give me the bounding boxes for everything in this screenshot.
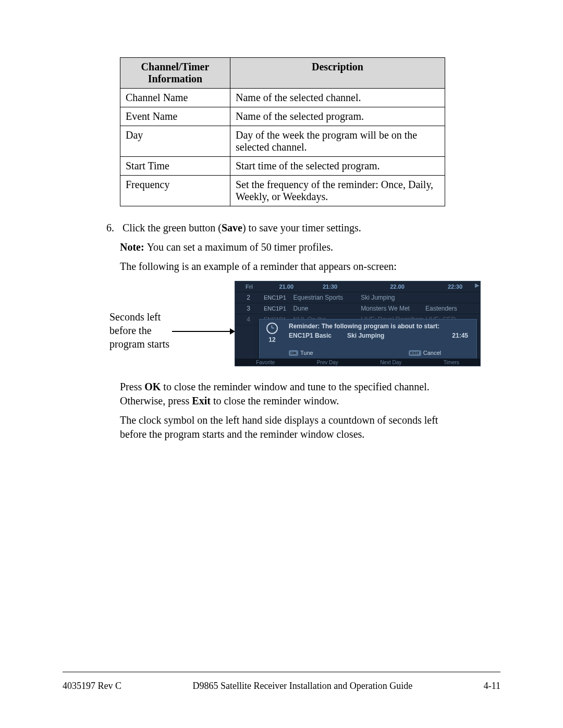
table-row: FrequencySet the frequency of the remind… — [120, 176, 445, 206]
table-row: Channel NameName of the selected channel… — [120, 89, 445, 107]
legend-prev-day: Prev Day — [317, 360, 338, 365]
scroll-right-icon: ▶ — [475, 282, 479, 289]
exit-word: Exit — [192, 395, 211, 406]
cell: Set the frequency of the reminder: Once,… — [230, 176, 445, 206]
clock-paragraph: The clock symbol on the left hand side d… — [120, 413, 454, 441]
txt: Press — [120, 381, 144, 392]
cell: Start time of the selected program. — [230, 157, 445, 176]
countdown: 12 — [262, 323, 283, 343]
page: Channel/Timer Information Description Ch… — [0, 0, 563, 728]
tune-button[interactable]: OK Tune — [289, 350, 313, 356]
exit-pill: EXIT — [409, 350, 421, 356]
footer-left: 4035197 Rev C — [63, 681, 121, 692]
arrow-icon — [172, 331, 235, 332]
epg-legend: Favorite Prev Day Next Day Timers — [235, 359, 480, 366]
epg-ch: ENC1P1 — [262, 294, 291, 301]
reminder-details: ENC1P1 Basic Ski Jumping 21:45 — [289, 332, 472, 339]
epg-prog: Eastenders — [423, 305, 480, 312]
epg-prog: Ski Jumping — [359, 294, 423, 301]
note-text: You can set a maximum of 50 timer profil… — [147, 241, 333, 253]
table-row: Start TimeStart time of the selected pro… — [120, 157, 445, 176]
cell: Day — [120, 126, 230, 157]
epg-header-row: Fri 21.00 21:30 22.00 22:30 — [235, 281, 480, 292]
epg-time: 22:30 — [430, 283, 480, 290]
clock-icon — [266, 323, 278, 334]
table-row: DayDay of the week the program will be o… — [120, 126, 445, 157]
cell: Event Name — [120, 107, 230, 126]
txt: to close the reminder window. — [211, 395, 339, 406]
cell: Channel Name — [120, 89, 230, 107]
step-text-post: ) to save your timer settings. — [242, 222, 361, 233]
ok-word: OK — [144, 381, 161, 392]
epg-time: 21:30 — [296, 283, 364, 290]
legend-next-day: Next Day — [380, 360, 401, 365]
cancel-button[interactable]: EXIT Cancel — [409, 350, 441, 356]
legend-timers: Timers — [444, 360, 459, 365]
tune-label: Tune — [300, 350, 313, 356]
reminder-time: 21:45 — [452, 332, 472, 339]
epg-ch-num: 2 — [235, 294, 262, 301]
footer-right: 4-11 — [484, 681, 500, 692]
page-footer: 4035197 Rev C D9865 Satellite Receiver I… — [63, 672, 500, 692]
epg-prog: Monsters We Met — [359, 305, 423, 312]
cell: Frequency — [120, 176, 230, 206]
reminder-popup: 12 Reminder: The following program is ab… — [259, 319, 477, 360]
step-text-pre: Click the green button ( — [123, 222, 222, 233]
channel-timer-table: Channel/Timer Information Description Ch… — [120, 57, 445, 206]
note-label: Note: — [120, 241, 147, 253]
epg-ch: ENC1P1 — [262, 305, 291, 312]
press-ok-paragraph: Press OK to close the reminder window an… — [120, 380, 454, 408]
epg-row: 3 ENC1P1 Dune Monsters We Met Eastenders — [235, 303, 480, 314]
footer-center: D9865 Satellite Receiver Installation an… — [121, 681, 484, 692]
epg-prog: Dune — [291, 305, 359, 312]
callout-seconds-left: Seconds left before the program starts — [109, 310, 182, 351]
epg-ch-num: 4 — [235, 316, 262, 323]
epg-screenshot: ▶ Fri 21.00 21:30 22.00 22:30 2 ENC1P1 E… — [235, 281, 481, 366]
step-number: 6. — [106, 221, 120, 235]
epg-prog: Equestrian Sports — [291, 294, 359, 301]
reminder-heading: Reminder: The following program is about… — [289, 323, 472, 330]
epg-day: Fri — [235, 283, 263, 290]
table-row: Event NameName of the selected program. — [120, 107, 445, 126]
epg-ch-num: 3 — [235, 305, 262, 312]
reminder-program: Ski Jumping — [347, 332, 400, 339]
cell: Name of the selected channel. — [230, 89, 445, 107]
epg-time: 22.00 — [364, 283, 430, 290]
save-word: Save — [222, 222, 242, 233]
epg-row: 2 ENC1P1 Equestrian Sports Ski Jumping — [235, 292, 480, 303]
cancel-label: Cancel — [423, 350, 441, 356]
cell: Day of the week the program will be on t… — [230, 126, 445, 157]
epg-time: 21.00 — [263, 283, 296, 290]
example-intro: The following is an example of a reminde… — [120, 260, 454, 274]
th-description: Description — [230, 58, 445, 89]
legend-favorite: Favorite — [256, 360, 275, 365]
countdown-seconds: 12 — [262, 336, 283, 343]
th-channel-timer: Channel/Timer Information — [120, 58, 230, 89]
ok-pill: OK — [289, 350, 298, 356]
reminder-channel: ENC1P1 Basic — [289, 332, 347, 339]
cell: Name of the selected program. — [230, 107, 445, 126]
cell: Start Time — [120, 157, 230, 176]
note: Note: You can set a maximum of 50 timer … — [120, 240, 454, 254]
reminder-buttons: OK Tune EXIT Cancel — [289, 350, 472, 356]
step-6: 6. Click the green button (Save) to save… — [120, 221, 500, 235]
reminder-figure: Seconds left before the program starts ▶… — [109, 281, 490, 375]
